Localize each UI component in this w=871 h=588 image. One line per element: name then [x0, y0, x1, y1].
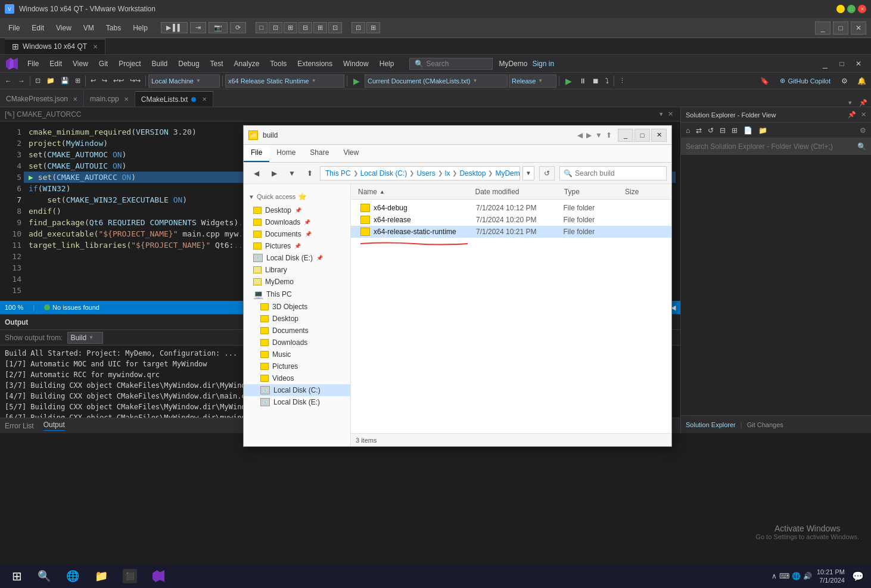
fe-bc-item-mydemo[interactable]: MyDemo [495, 169, 520, 178]
vm-maximize-button[interactable]: □ [847, 5, 856, 13]
menu-help[interactable]: Help [375, 57, 399, 70]
fe-sidebar-item-edrive2[interactable]: 💿 Local Disk (E:) [244, 396, 350, 408]
toolbar-btn-1[interactable]: ⊡ [33, 76, 43, 86]
vm-extra-btn-2[interactable]: ⊞ [366, 22, 380, 33]
error-list-tab[interactable]: Error List [5, 422, 34, 430]
tab-close-cmakepresets[interactable]: ✕ [73, 96, 77, 102]
fe-sidebar-item-library[interactable]: Library [244, 264, 350, 276]
vs-inner-tab[interactable]: ⊞ Windows 10 x64 QT ✕ [5, 39, 105, 54]
fe-refresh-btn[interactable]: ↺ [539, 166, 555, 181]
sol-tab-solution[interactable]: Solution Explorer [686, 421, 736, 428]
sol-options-btn[interactable]: ⚙ [857, 125, 869, 136]
fe-search-input[interactable] [575, 169, 664, 178]
vs-close[interactable]: ✕ [851, 57, 866, 70]
sol-home-btn[interactable]: ⌂ [683, 125, 692, 136]
vs-tab-close-icon[interactable]: ✕ [93, 43, 98, 50]
toolbar-step-btn[interactable]: ⤵ [603, 76, 611, 86]
fe-content-area[interactable]: x64-debug 7/1/2024 10:12 PM File folder … [351, 200, 671, 433]
vm-toolbar-play[interactable]: ▶ ▌▌ [161, 22, 188, 33]
fe-minimize-btn[interactable]: _ [618, 129, 633, 142]
fe-col-name-header[interactable]: Name ▲ [356, 188, 472, 196]
release-dropdown[interactable]: Release ▼ [509, 74, 556, 88]
toolbar-redo[interactable]: ↪ [99, 76, 110, 86]
menu-tools[interactable]: Tools [265, 57, 291, 70]
fe-bc-item-users[interactable]: Users [416, 169, 435, 178]
vm-close-button[interactable]: ✕ [858, 5, 866, 13]
menu-debug[interactable]: Debug [173, 57, 204, 70]
sol-tab-changes[interactable]: Git Changes [747, 421, 783, 428]
toolbar-forward-btn[interactable]: → [15, 76, 27, 86]
fe-sidebar-item-pictures2[interactable]: Pictures [244, 360, 350, 372]
fe-breadcrumb[interactable]: This PC ❯ Local Disk (C:) ❯ Users ❯ lx ❯… [320, 166, 520, 181]
output-tab-active[interactable]: Output [43, 421, 65, 431]
vm-toolbar-snapshot2[interactable]: ⟳ [230, 22, 246, 33]
menu-project[interactable]: Project [114, 57, 145, 70]
sol-collapse-btn[interactable]: ⊟ [717, 125, 728, 136]
toolbar-run[interactable]: ▶ [350, 75, 363, 87]
fe-col-type-header[interactable]: Type [562, 188, 623, 196]
fe-sidebar-item-edrive[interactable]: 💿 Local Disk (E:) 📌 [244, 252, 350, 264]
start-button[interactable]: ⊞ [5, 564, 29, 588]
fe-sidebar-item-documents[interactable]: Documents 📌 [244, 228, 350, 240]
vm-edit-menu[interactable]: Edit [28, 24, 48, 32]
vs-maximize[interactable]: □ [834, 57, 850, 70]
tab-close-maincpp[interactable]: ✕ [124, 96, 129, 102]
fe-ribbon-tab-view[interactable]: View [336, 145, 366, 162]
vm-help-menu[interactable]: Help [129, 24, 151, 32]
menu-edit[interactable]: Edit [45, 57, 67, 70]
menu-test[interactable]: Test [206, 57, 228, 70]
sol-search-bar[interactable]: 🔍 [681, 138, 871, 155]
fe-sidebar-item-desktop2[interactable]: Desktop [244, 313, 350, 325]
fe-bc-item-desktop[interactable]: Desktop [459, 169, 486, 178]
tab-cmakepresets[interactable]: CMakePresets.json ✕ [0, 91, 84, 107]
vm-window-btn-6[interactable]: ⊡ [328, 22, 342, 33]
sol-refresh-btn[interactable]: ↺ [705, 125, 716, 136]
fe-col-date-header[interactable]: Date modified [472, 188, 561, 196]
fe-bc-item-thispc[interactable]: This PC [325, 169, 351, 178]
vm-extra-btn-1[interactable]: ⊡ [351, 22, 365, 33]
sol-views-btn[interactable]: ⊞ [729, 125, 740, 136]
taskbar-terminal[interactable]: ⬛ [117, 565, 143, 587]
vm-window-btn-4[interactable]: ⊟ [298, 22, 312, 33]
editor-options-btn[interactable]: ▾ [660, 110, 663, 118]
toolbar-btn-4[interactable]: ⊞ [73, 76, 83, 86]
fe-search-box[interactable]: 🔍 [559, 166, 667, 181]
fe-bc-item-localdisk[interactable]: Local Disk (C:) [360, 169, 407, 178]
toolbar-btn-3[interactable]: 💾 [58, 76, 71, 86]
menu-window[interactable]: Window [338, 57, 374, 70]
vm-window-btn-2[interactable]: ⊡ [269, 22, 282, 33]
fe-sidebar-item-downloads[interactable]: Downloads 📌 [244, 216, 350, 228]
current-doc-dropdown[interactable]: Current Document (CMakeLists.txt) ▼ [365, 74, 508, 88]
vm-window-btn-5[interactable]: ⊞ [313, 22, 327, 33]
taskbar-edge[interactable]: 🌐 [60, 565, 86, 587]
output-source-dropdown[interactable]: Build ▼ [67, 332, 103, 344]
fe-sidebar-item-downloads2[interactable]: Downloads [244, 337, 350, 349]
fe-sidebar-item-mydemo[interactable]: MyDemo [244, 276, 350, 288]
fe-row-x64release[interactable]: x64-release 7/1/2024 10:20 PM File folde… [351, 214, 671, 226]
tab-close-cmakelists[interactable]: ✕ [202, 96, 207, 102]
toolbar-undo2[interactable]: ↩↩ [111, 76, 126, 86]
fe-row-x64debug[interactable]: x64-debug 7/1/2024 10:12 PM File folder [351, 202, 671, 214]
sol-new-file-btn[interactable]: 📄 [741, 125, 755, 136]
toolbar-run-btn[interactable]: ▶ [562, 75, 576, 87]
bookmark-btn[interactable]: 🔖 [758, 76, 772, 86]
fe-col-size-header[interactable]: Size [623, 188, 667, 196]
vm-minimize-win[interactable]: _ [815, 21, 830, 35]
toolbar-btn-2[interactable]: 📁 [44, 76, 57, 86]
toolbar-stop-btn[interactable]: ⏹ [590, 76, 602, 86]
vm-toolbar-send[interactable]: ⇥ [190, 22, 206, 33]
fe-sidebar-item-thispc[interactable]: 💻 This PC [244, 288, 350, 301]
sol-pin-btn[interactable]: 📌 [848, 111, 856, 119]
toolbar-settings[interactable]: ⚙ [839, 76, 850, 86]
menu-extensions[interactable]: Extensions [293, 57, 337, 70]
vs-minimize[interactable]: _ [817, 57, 833, 70]
vm-view-menu[interactable]: View [52, 24, 75, 32]
tab-pin-btn[interactable]: 📌 [856, 99, 871, 107]
fe-sidebar-item-desktop[interactable]: Desktop 📌 [244, 204, 350, 216]
taskbar-search[interactable]: 🔍 [31, 565, 57, 587]
fe-close-btn[interactable]: ✕ [651, 129, 667, 142]
github-copilot-btn[interactable]: ⊛ GitHub Copilot [776, 76, 834, 86]
menu-build[interactable]: Build [147, 57, 173, 70]
toolbar-pause-btn[interactable]: ⏸ [577, 76, 589, 86]
fe-ribbon-tab-file[interactable]: File [244, 145, 269, 162]
